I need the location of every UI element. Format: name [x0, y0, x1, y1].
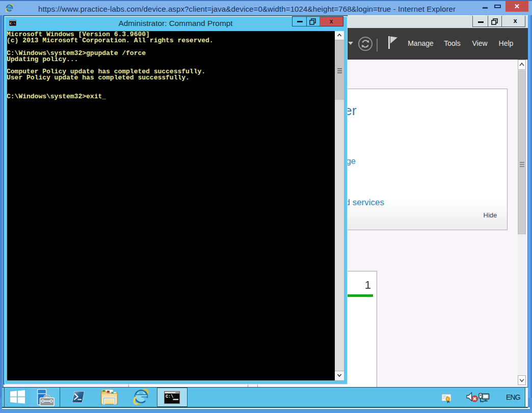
svg-text:C:\: C:\ — [166, 394, 173, 399]
